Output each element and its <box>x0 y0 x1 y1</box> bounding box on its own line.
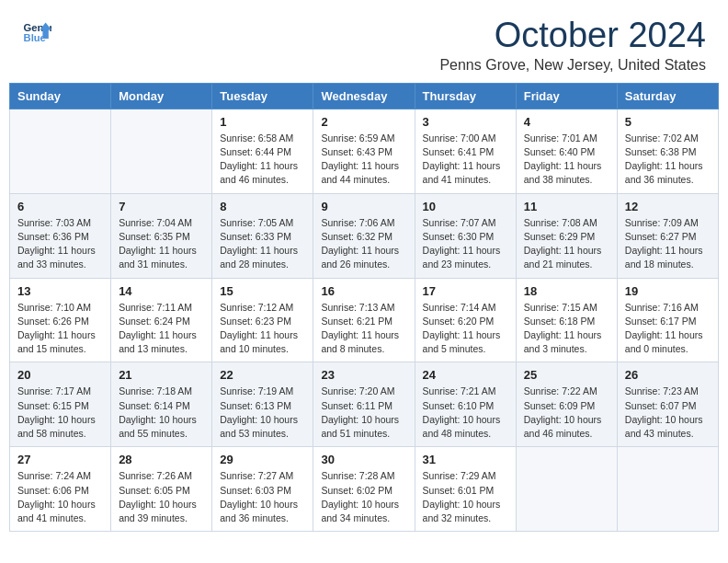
day-detail: Sunrise: 7:13 AMSunset: 6:21 PMDaylight:… <box>321 301 406 357</box>
day-number: 31 <box>423 453 508 466</box>
day-number: 4 <box>524 115 609 129</box>
day-number: 19 <box>625 284 711 298</box>
calendar-cell: 9Sunrise: 7:06 AMSunset: 6:32 PMDaylight… <box>313 193 415 278</box>
day-number: 29 <box>220 453 305 466</box>
day-number: 20 <box>17 368 103 382</box>
calendar-cell: 24Sunrise: 7:21 AMSunset: 6:10 PMDayligh… <box>415 362 516 447</box>
calendar-header-row: SundayMondayTuesdayWednesdayThursdayFrid… <box>10 83 719 109</box>
calendar-cell: 10Sunrise: 7:07 AMSunset: 6:30 PMDayligh… <box>415 193 516 278</box>
day-detail: Sunrise: 7:20 AMSunset: 6:11 PMDaylight:… <box>321 385 406 441</box>
day-detail: Sunrise: 6:58 AMSunset: 6:44 PMDaylight:… <box>220 132 305 188</box>
day-number: 7 <box>119 200 204 213</box>
calendar-cell: 30Sunrise: 7:28 AMSunset: 6:02 PMDayligh… <box>313 447 415 532</box>
day-detail: Sunrise: 7:22 AMSunset: 6:09 PMDaylight:… <box>524 385 609 441</box>
col-header-friday: Friday <box>516 83 617 109</box>
day-number: 14 <box>119 284 204 298</box>
calendar-cell: 14Sunrise: 7:11 AMSunset: 6:24 PMDayligh… <box>111 278 212 362</box>
location: Penns Grove, New Jersey, United States <box>439 57 706 74</box>
day-detail: Sunrise: 7:05 AMSunset: 6:33 PMDaylight:… <box>220 216 305 272</box>
calendar-cell: 26Sunrise: 7:23 AMSunset: 6:07 PMDayligh… <box>617 362 718 447</box>
calendar-cell: 1Sunrise: 6:58 AMSunset: 6:44 PMDaylight… <box>212 109 313 193</box>
calendar-cell: 2Sunrise: 6:59 AMSunset: 6:43 PMDaylight… <box>313 109 415 193</box>
day-detail: Sunrise: 7:14 AMSunset: 6:20 PMDaylight:… <box>423 301 508 357</box>
day-detail: Sunrise: 6:59 AMSunset: 6:43 PMDaylight:… <box>321 132 406 188</box>
day-detail: Sunrise: 7:09 AMSunset: 6:27 PMDaylight:… <box>625 216 711 272</box>
day-number: 30 <box>321 453 406 466</box>
calendar-cell: 27Sunrise: 7:24 AMSunset: 6:06 PMDayligh… <box>10 447 111 532</box>
day-number: 21 <box>119 368 204 382</box>
calendar-cell: 12Sunrise: 7:09 AMSunset: 6:27 PMDayligh… <box>617 193 718 278</box>
logo-icon: General Blue <box>22 17 51 46</box>
day-detail: Sunrise: 7:24 AMSunset: 6:06 PMDaylight:… <box>17 469 103 525</box>
calendar-cell: 16Sunrise: 7:13 AMSunset: 6:21 PMDayligh… <box>313 278 415 362</box>
day-detail: Sunrise: 7:11 AMSunset: 6:24 PMDaylight:… <box>119 301 204 357</box>
day-number: 12 <box>625 200 711 213</box>
day-detail: Sunrise: 7:08 AMSunset: 6:29 PMDaylight:… <box>524 216 609 272</box>
day-detail: Sunrise: 7:06 AMSunset: 6:32 PMDaylight:… <box>321 216 406 272</box>
svg-text:Blue: Blue <box>24 32 46 43</box>
calendar-cell: 19Sunrise: 7:16 AMSunset: 6:17 PMDayligh… <box>617 278 718 362</box>
day-detail: Sunrise: 7:17 AMSunset: 6:15 PMDaylight:… <box>17 385 103 441</box>
day-number: 18 <box>524 284 609 298</box>
calendar-table: SundayMondayTuesdayWednesdayThursdayFrid… <box>9 83 719 532</box>
day-detail: Sunrise: 7:00 AMSunset: 6:41 PMDaylight:… <box>423 132 508 188</box>
day-number: 23 <box>321 368 406 382</box>
calendar-cell: 13Sunrise: 7:10 AMSunset: 6:26 PMDayligh… <box>10 278 111 362</box>
day-detail: Sunrise: 7:02 AMSunset: 6:38 PMDaylight:… <box>625 132 711 188</box>
calendar-cell: 6Sunrise: 7:03 AMSunset: 6:36 PMDaylight… <box>10 193 111 278</box>
day-detail: Sunrise: 7:03 AMSunset: 6:36 PMDaylight:… <box>17 216 103 272</box>
day-number: 25 <box>524 368 609 382</box>
logo: General Blue <box>22 17 51 46</box>
day-number: 24 <box>423 368 508 382</box>
day-number: 3 <box>423 115 508 129</box>
day-number: 26 <box>625 368 711 382</box>
calendar-cell: 31Sunrise: 7:29 AMSunset: 6:01 PMDayligh… <box>415 447 516 532</box>
calendar-row-1: 1Sunrise: 6:58 AMSunset: 6:44 PMDaylight… <box>10 109 719 193</box>
day-number: 11 <box>524 200 609 213</box>
day-number: 2 <box>321 115 406 129</box>
day-detail: Sunrise: 7:01 AMSunset: 6:40 PMDaylight:… <box>524 132 609 188</box>
calendar-row-3: 13Sunrise: 7:10 AMSunset: 6:26 PMDayligh… <box>10 278 719 362</box>
col-header-tuesday: Tuesday <box>212 83 313 109</box>
col-header-sunday: Sunday <box>10 83 111 109</box>
day-number: 22 <box>220 368 305 382</box>
calendar-row-4: 20Sunrise: 7:17 AMSunset: 6:15 PMDayligh… <box>10 362 719 447</box>
calendar-cell: 29Sunrise: 7:27 AMSunset: 6:03 PMDayligh… <box>212 447 313 532</box>
day-number: 17 <box>423 284 508 298</box>
calendar-row-2: 6Sunrise: 7:03 AMSunset: 6:36 PMDaylight… <box>10 193 719 278</box>
calendar-cell: 22Sunrise: 7:19 AMSunset: 6:13 PMDayligh… <box>212 362 313 447</box>
day-detail: Sunrise: 7:07 AMSunset: 6:30 PMDaylight:… <box>423 216 508 272</box>
calendar-cell: 23Sunrise: 7:20 AMSunset: 6:11 PMDayligh… <box>313 362 415 447</box>
day-number: 27 <box>17 453 103 466</box>
calendar-cell: 5Sunrise: 7:02 AMSunset: 6:38 PMDaylight… <box>617 109 718 193</box>
day-detail: Sunrise: 7:10 AMSunset: 6:26 PMDaylight:… <box>17 301 103 357</box>
day-detail: Sunrise: 7:27 AMSunset: 6:03 PMDaylight:… <box>220 469 305 525</box>
day-detail: Sunrise: 7:04 AMSunset: 6:35 PMDaylight:… <box>119 216 204 272</box>
day-detail: Sunrise: 7:18 AMSunset: 6:14 PMDaylight:… <box>119 385 204 441</box>
calendar-row-5: 27Sunrise: 7:24 AMSunset: 6:06 PMDayligh… <box>10 447 719 532</box>
col-header-thursday: Thursday <box>415 83 516 109</box>
day-detail: Sunrise: 7:15 AMSunset: 6:18 PMDaylight:… <box>524 301 609 357</box>
day-detail: Sunrise: 7:29 AMSunset: 6:01 PMDaylight:… <box>423 469 508 525</box>
day-number: 13 <box>17 284 103 298</box>
calendar-cell: 17Sunrise: 7:14 AMSunset: 6:20 PMDayligh… <box>415 278 516 362</box>
col-header-saturday: Saturday <box>617 83 718 109</box>
calendar-cell: 25Sunrise: 7:22 AMSunset: 6:09 PMDayligh… <box>516 362 617 447</box>
calendar-wrap: SundayMondayTuesdayWednesdayThursdayFrid… <box>0 83 728 541</box>
calendar-cell: 28Sunrise: 7:26 AMSunset: 6:05 PMDayligh… <box>111 447 212 532</box>
calendar-cell <box>10 109 111 193</box>
calendar-cell: 20Sunrise: 7:17 AMSunset: 6:15 PMDayligh… <box>10 362 111 447</box>
day-number: 5 <box>625 115 711 129</box>
calendar-cell: 8Sunrise: 7:05 AMSunset: 6:33 PMDaylight… <box>212 193 313 278</box>
day-detail: Sunrise: 7:28 AMSunset: 6:02 PMDaylight:… <box>321 469 406 525</box>
calendar-cell <box>617 447 718 532</box>
day-detail: Sunrise: 7:23 AMSunset: 6:07 PMDaylight:… <box>625 385 711 441</box>
day-number: 9 <box>321 200 406 213</box>
calendar-cell <box>516 447 617 532</box>
day-detail: Sunrise: 7:12 AMSunset: 6:23 PMDaylight:… <box>220 301 305 357</box>
calendar-cell: 7Sunrise: 7:04 AMSunset: 6:35 PMDaylight… <box>111 193 212 278</box>
calendar-cell: 18Sunrise: 7:15 AMSunset: 6:18 PMDayligh… <box>516 278 617 362</box>
page-header: General Blue October 2024 Penns Grove, N… <box>0 0 728 83</box>
calendar-cell: 4Sunrise: 7:01 AMSunset: 6:40 PMDaylight… <box>516 109 617 193</box>
calendar-cell: 3Sunrise: 7:00 AMSunset: 6:41 PMDaylight… <box>415 109 516 193</box>
